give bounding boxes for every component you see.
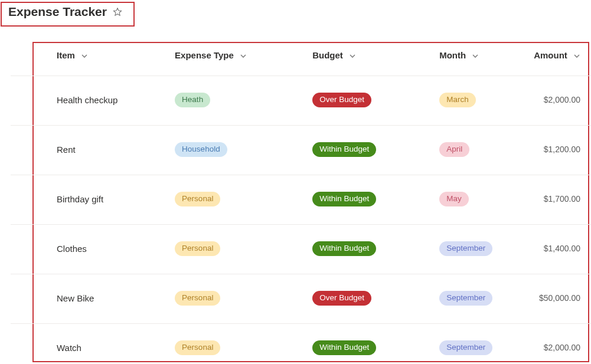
annotation-callout-title bbox=[1, 2, 135, 22]
